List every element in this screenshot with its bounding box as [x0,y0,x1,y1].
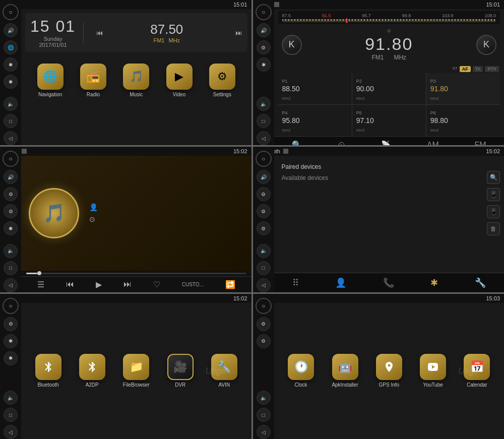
radio-prev-btn[interactable]: K [282,35,302,55]
sidebar-radio-btn4[interactable]: ✱ [257,57,271,72]
sidebar-apps2-vol[interactable]: 🔈 [257,391,271,405]
sidebar-apps2-btn1[interactable]: ○ [256,298,272,314]
bt-contacts-btn[interactable]: 👤 [331,276,350,289]
sidebar-apps1-btn2[interactable]: ⚙ [4,317,18,331]
sidebar-music-btn5[interactable]: ✱ [4,221,18,235]
sidebar-bt-btn1[interactable]: ○ [256,151,272,167]
music-progress-bar[interactable] [26,273,246,274]
app-music[interactable]: 🎵 Music [123,64,149,97]
sidebar-bt-vol[interactable]: 🔈 [257,244,271,258]
sidebar-apps1-btn3[interactable]: ✱ [4,334,18,348]
sidebar-music-btn1[interactable]: ○ [3,151,19,167]
sidebar-home-btn5[interactable]: ✱ [4,75,18,89]
sidebar-home-btn1[interactable]: ○ [3,4,19,20]
bt-call-btn[interactable]: 📞 [379,276,398,289]
music-custo-btn[interactable]: CUSTO... [182,282,204,287]
sidebar-home-btn3[interactable]: 🌐 [4,40,18,54]
music-repeat-btn[interactable]: 🔁 [225,280,235,289]
app-calendar[interactable]: 📅 Calendar [464,354,490,388]
app-video[interactable]: ▶ Video [166,64,193,97]
sidebar-radio-btn3[interactable]: ⚙ [257,40,271,54]
prev-btn[interactable]: ⏮ [96,29,103,37]
app-dvr[interactable]: 🎥 DVR [167,354,194,388]
sidebar-bt-btn4[interactable]: ⚙ [257,204,271,218]
sidebar-bt-back[interactable]: ◁ [257,278,271,292]
preset-p4[interactable]: P4 95.80 MHZ [278,105,352,136]
sidebar-apps1-vol[interactable]: 🔈 [4,391,18,405]
app-settings[interactable]: ⚙ Settings [209,64,235,97]
sidebar-apps1-sq[interactable]: □ [4,408,18,422]
next-btn[interactable]: ⏭ [235,29,242,37]
sidebar-apps1-btn1[interactable]: ○ [3,298,19,314]
preset-p1[interactable]: P1 88.50 MHZ [278,73,352,104]
music-playlist-btn[interactable]: ☰ [37,280,44,289]
sidebar-music-back[interactable]: ◁ [4,278,18,292]
bt-delete-btn[interactable]: 🗑 [487,222,500,235]
music-next-btn[interactable]: ⏭ [123,280,132,289]
sidebar-bt-btn5[interactable]: ⚙ [257,221,271,235]
apps-grid-1: Bluetooth A2DP 📁 FileBrowser 🎥 [21,303,251,439]
sidebar-radio-btn1[interactable]: ○ [256,4,272,20]
radio-fm-btn[interactable]: FM [471,139,490,146]
sidebar-apps2-sq[interactable]: □ [257,408,271,422]
sidebar-music-btn2[interactable]: 🔊 [4,170,18,184]
radio-next-btn[interactable]: K [476,35,496,55]
bt-device-btn2[interactable]: 📱 [487,205,500,218]
sidebar-music-btn3[interactable]: ⚙ [4,187,18,201]
bt-settings-btn[interactable]: 🔧 [471,276,490,289]
radio-antenna-btn[interactable]: 📡 [377,139,395,145]
radio-scan-btn[interactable]: ⏲ [334,139,350,146]
app-clock[interactable]: 🕐 Clock [288,354,314,388]
app-navigation[interactable]: 🌐 Navigation [37,64,64,97]
badge-pty[interactable]: PTY [485,66,499,72]
sidebar-home-vol[interactable]: 🔈 [4,97,18,111]
sidebar-bt-btn3[interactable]: ⚙ [257,187,271,201]
bt-device-btn1[interactable]: 📱 [487,188,500,201]
badge-ta[interactable]: TA [473,66,483,72]
preset-p6[interactable]: P6 98.80 MHZ [426,105,500,136]
preset-p5[interactable]: P5 97.10 MHZ [352,105,426,136]
sidebar-home-btn2[interactable]: 🔊 [4,23,18,37]
sidebar-radio-btn2[interactable]: 🔊 [257,23,271,37]
music-play-btn[interactable]: ▶ [96,280,102,289]
sidebar-radio-vol[interactable]: 🔈 [257,97,271,111]
music-fav-btn[interactable]: ♡ [153,280,160,289]
radio-search-btn[interactable]: 🔍 [288,139,306,145]
app-apkinstaller[interactable]: 🤖 ApkInstaller [332,354,358,388]
sidebar-music-sq[interactable]: □ [4,261,18,275]
app-gpsinfo[interactable]: GPS Info [376,354,402,388]
sidebar-apps2-btn3[interactable]: ⚙ [257,334,271,348]
sidebar-home-back[interactable]: ◁ [4,131,18,145]
sidebar-home-sq[interactable]: □ [4,114,18,128]
bt-search-btn[interactable]: 🔍 [487,171,500,184]
sidebar-radio-back[interactable]: ◁ [257,131,271,145]
radio-am-btn[interactable]: AM [423,139,443,146]
home-day: Sunday [30,36,76,42]
sidebar-apps2-back[interactable]: ◁ [257,425,271,439]
app-avin[interactable]: 🔧 AVIN [211,354,237,388]
sidebar-apps1-btn4[interactable]: ✱ [4,351,18,365]
preset-p2[interactable]: P2 90.00 MHZ [352,73,426,104]
app-radio[interactable]: 📻 Radio [80,64,106,97]
badge-af[interactable]: AF [460,66,471,72]
music-user-icon[interactable]: 👤 [89,203,98,211]
bt-bluetooth-btn[interactable]: ✱ [426,276,442,289]
app-bt[interactable]: Bluetooth [35,354,61,388]
sidebar-bt-btn2[interactable]: 🔊 [257,170,271,184]
bt-grid-btn[interactable]: ⠿ [288,276,303,289]
sidebar-home-btn4[interactable]: ✱ [4,57,18,72]
sidebar-music-vol[interactable]: 🔈 [4,244,18,258]
home-radio-info: 87.50 FM1 MHz [108,22,225,43]
app-filebrowser[interactable]: 📁 FileBrowser [123,354,150,388]
sidebar-apps2-btn2[interactable]: ⚙ [257,317,271,331]
sidebar-radio-sq[interactable]: □ [257,114,271,128]
sidebar-bt-sq[interactable]: □ [257,261,271,275]
preset-p3[interactable]: P3 91.80 MHZ [426,73,500,104]
sidebar-music-btn4[interactable]: ⚙ [4,204,18,218]
sidebar-apps1-back[interactable]: ◁ [4,425,18,439]
music-dot-icon[interactable]: ⊙ [89,215,98,223]
music-label: Music [130,92,143,97]
music-prev-btn[interactable]: ⏮ [66,280,74,289]
app-a2dp[interactable]: A2DP [79,354,105,388]
app-youtube[interactable]: YouTube [420,354,446,388]
